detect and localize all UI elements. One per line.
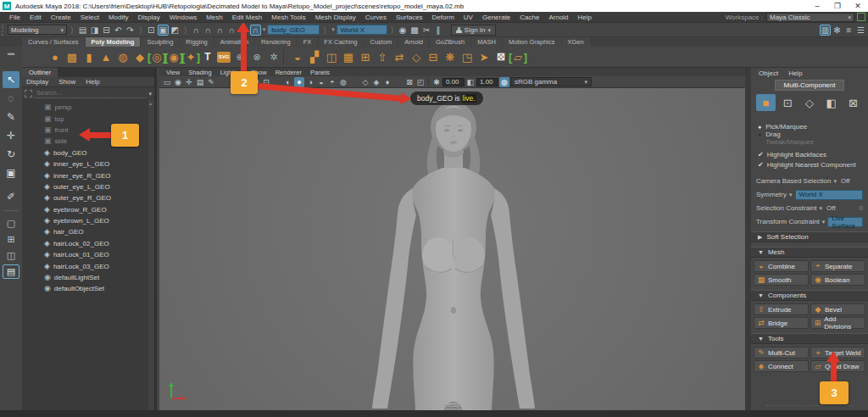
component-mode-icon[interactable]: ◇ bbox=[800, 94, 820, 111]
menu-item[interactable]: Surfaces bbox=[392, 12, 427, 23]
outliner-item[interactable]: body_GEO bbox=[22, 147, 148, 158]
layout-button[interactable]: ◫ bbox=[3, 248, 19, 263]
tool-icon[interactable]: ✎ bbox=[3, 108, 19, 125]
outliner-menu-item[interactable]: Help bbox=[81, 78, 103, 86]
menu-item[interactable]: Edit Mesh bbox=[228, 12, 267, 23]
viewport-icon[interactable]: ▤ bbox=[195, 77, 205, 87]
shelf-tab[interactable]: Arnold bbox=[398, 37, 429, 47]
viewport-icon[interactable]: ◇ bbox=[360, 77, 370, 87]
outliner-item[interactable]: persp bbox=[22, 102, 148, 113]
symmetry-value-field[interactable]: World X bbox=[795, 190, 863, 200]
transform-constraint-field[interactable]: Live Surface bbox=[827, 217, 863, 227]
shelf-icon[interactable]: ▮ bbox=[81, 49, 97, 65]
smooth-button[interactable]: ▦Smooth bbox=[754, 274, 809, 286]
radio-option[interactable]: Pick/Marquee bbox=[758, 123, 861, 131]
menu-item[interactable]: Generate bbox=[478, 12, 515, 23]
shelf-tab[interactable]: Animation bbox=[214, 37, 254, 47]
outliner-tab[interactable]: Outliner bbox=[22, 68, 58, 77]
menu-item[interactable]: UV bbox=[459, 12, 477, 23]
selection-input[interactable]: body_GEO bbox=[267, 25, 320, 35]
tool-icon[interactable]: ↻ bbox=[3, 146, 19, 163]
outliner-item[interactable]: outer_eye_R_GEO bbox=[22, 192, 148, 203]
status-icon[interactable]: ↶ bbox=[113, 25, 124, 36]
menu-item[interactable]: Arnold bbox=[544, 12, 572, 23]
color-managed-icon[interactable]: ◍ bbox=[499, 77, 509, 87]
viewport-icon[interactable]: ◉ bbox=[173, 77, 183, 87]
outliner-item[interactable]: eyebrown_L_GEO bbox=[22, 215, 148, 226]
menu-item[interactable]: Help bbox=[574, 12, 596, 23]
workspace-dropdown[interactable]: Maya Classic bbox=[766, 13, 854, 22]
panel-menu-item[interactable]: Panels bbox=[307, 69, 333, 76]
bevel-button[interactable]: ◆Bevel bbox=[810, 303, 865, 315]
shelf-icon[interactable]: ◎ bbox=[149, 49, 164, 65]
radio-option[interactable]: Drag bbox=[758, 131, 861, 138]
gamma-icon[interactable]: ◧ bbox=[465, 77, 476, 87]
shelf-icon[interactable]: ▱ bbox=[510, 49, 526, 65]
component-mode-icon[interactable]: ⊡ bbox=[778, 94, 798, 111]
shelf-icon[interactable]: ▞ bbox=[307, 49, 322, 65]
menu-item[interactable]: Select bbox=[76, 12, 103, 23]
panel-menu-item[interactable]: Renderer bbox=[272, 69, 305, 76]
soft-selection-header[interactable]: ▶ Soft Selection bbox=[751, 231, 868, 242]
menu-item[interactable]: Mesh Display bbox=[311, 12, 360, 23]
selection-constraint-row[interactable]: Selection Constraint Off 0 bbox=[756, 203, 863, 214]
menu-set-dropdown[interactable]: Modeling bbox=[8, 25, 67, 35]
history-icon[interactable]: ▩ bbox=[409, 25, 420, 36]
viewport-icon[interactable]: ◑ bbox=[305, 77, 315, 87]
shelf-icon[interactable]: ◒ bbox=[290, 49, 305, 65]
snap-icon[interactable]: ∩ bbox=[191, 25, 202, 36]
menu-item[interactable]: Curves bbox=[361, 12, 391, 23]
menu-item[interactable]: Modify bbox=[104, 12, 133, 23]
history-icon[interactable]: ◉ bbox=[398, 25, 409, 36]
viewport-icon[interactable]: ◰ bbox=[415, 77, 426, 87]
panel-toggle-icon[interactable]: ≡ bbox=[843, 25, 854, 36]
layout-button[interactable]: ▢ bbox=[3, 216, 19, 231]
panel-menu-item[interactable]: Shading bbox=[185, 69, 215, 76]
panel-divider[interactable] bbox=[745, 68, 751, 410]
maximize-button[interactable]: ❐ bbox=[827, 0, 848, 12]
close-button[interactable]: ✕ bbox=[848, 0, 868, 12]
colorspace-dropdown[interactable]: sRGB gamma bbox=[510, 77, 592, 86]
outliner-item[interactable]: defaultLightSet bbox=[22, 272, 148, 283]
boolean-button[interactable]: ◉Boolean bbox=[810, 274, 865, 286]
multi-cut-button[interactable]: ✎Multi-Cut bbox=[754, 347, 809, 359]
multi-component-button[interactable]: Multi-Component bbox=[775, 80, 845, 91]
shelf-icon[interactable]: ◉ bbox=[166, 49, 181, 65]
grip-handle[interactable] bbox=[2, 25, 5, 36]
outliner-item[interactable]: hair_GEO bbox=[22, 226, 148, 237]
shelf-tab[interactable]: XGen bbox=[562, 37, 590, 47]
panel-toggle-icon[interactable]: ✻ bbox=[832, 25, 843, 36]
radio-option[interactable]: Tweak/Marquee bbox=[758, 138, 861, 146]
layout-button[interactable]: ▤ bbox=[3, 264, 19, 279]
symmetry-field[interactable]: World X bbox=[337, 25, 387, 35]
shelf-icon[interactable]: ➤ bbox=[476, 49, 492, 65]
shelf-tab[interactable]: FX Caching bbox=[318, 37, 363, 47]
chevron-down-icon[interactable] bbox=[148, 90, 152, 97]
scrollbar[interactable] bbox=[148, 100, 154, 410]
snap-icon[interactable]: ∩ bbox=[250, 25, 261, 36]
viewport-icon[interactable]: ✎ bbox=[206, 77, 216, 87]
history-icon[interactable]: ✂ bbox=[421, 25, 432, 36]
viewport-icon[interactable] bbox=[349, 77, 359, 87]
connect-button[interactable]: ◈Connect bbox=[754, 360, 809, 372]
workspace-icon[interactable] bbox=[857, 13, 865, 21]
quad-draw-button[interactable]: ▱Quad Draw bbox=[810, 360, 865, 372]
tool-icon[interactable]: ✛ bbox=[3, 127, 19, 144]
shelf-icon[interactable]: ⊗ bbox=[249, 49, 264, 65]
outliner-item[interactable]: hairLock_01_GEO bbox=[22, 249, 148, 260]
bridge-button[interactable]: ⇄Bridge bbox=[754, 317, 809, 329]
exposure-field[interactable]: 0.00 bbox=[442, 78, 465, 86]
section-header[interactable]: ▼ Mesh bbox=[751, 247, 868, 258]
section-header[interactable]: ▼ Tools bbox=[751, 333, 868, 344]
shelf-tab[interactable]: Motion Graphics bbox=[503, 37, 561, 47]
outliner-item[interactable]: defaultObjectSet bbox=[22, 283, 148, 294]
combine-button[interactable]: ◒Combine bbox=[754, 260, 809, 272]
shelf-tab[interactable]: Poly Modeling bbox=[86, 37, 141, 47]
status-icon[interactable]: ↷ bbox=[125, 25, 136, 36]
shelf-tab[interactable]: Sculpting bbox=[141, 37, 179, 47]
viewport-icon[interactable]: ◒ bbox=[316, 77, 326, 87]
symmetry-row[interactable]: Symmetry World X bbox=[756, 189, 863, 200]
chevron-down-icon[interactable]: ▾ bbox=[263, 26, 266, 33]
shelf-icon[interactable]: ◳ bbox=[459, 49, 475, 65]
menu-item[interactable]: Mesh Tools bbox=[267, 12, 309, 23]
